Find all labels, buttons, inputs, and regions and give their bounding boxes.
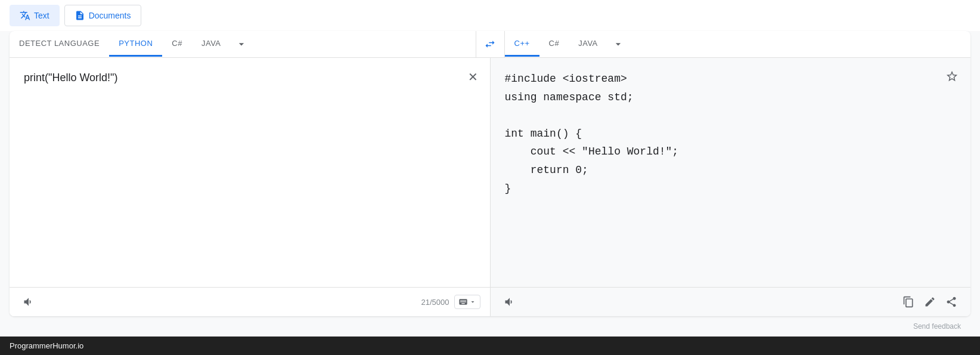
- share-button[interactable]: [942, 292, 961, 311]
- swap-languages-button[interactable]: [480, 35, 500, 54]
- documents-tab-button[interactable]: Documents: [64, 5, 141, 26]
- copy-button[interactable]: [899, 292, 918, 311]
- text-tab-button[interactable]: Text: [10, 5, 60, 26]
- content-area: print("Hello World!") ✕ 21/5000: [10, 58, 970, 316]
- site-name-link[interactable]: ProgrammerHumor.io: [10, 341, 83, 350]
- source-more-button[interactable]: [231, 31, 252, 57]
- document-icon: [75, 10, 85, 21]
- target-more-button[interactable]: [607, 31, 629, 57]
- language-bars: DETECT LANGUAGE PYTHON C# JAVA C++: [10, 31, 970, 58]
- clear-button[interactable]: ✕: [466, 67, 480, 87]
- top-nav: Text Documents: [0, 0, 980, 31]
- feedback-wrapper: Send feedback: [0, 316, 980, 337]
- tab-target-csharp[interactable]: C#: [539, 32, 569, 57]
- source-text-area[interactable]: print("Hello World!") ✕: [10, 58, 490, 287]
- char-count: 21/5000: [421, 298, 449, 307]
- documents-btn-label: Documents: [89, 11, 131, 20]
- translated-text-area: #include <iostream> using namespace std;…: [491, 58, 971, 287]
- source-text: print("Hello World!"): [24, 70, 476, 86]
- source-panel: print("Hello World!") ✕ 21/5000: [10, 58, 491, 316]
- edit-button[interactable]: [920, 292, 939, 311]
- target-lang-bar: C++ C# JAVA: [505, 31, 971, 57]
- tab-python[interactable]: PYTHON: [109, 32, 162, 57]
- tab-source-java[interactable]: JAVA: [192, 32, 231, 57]
- keyboard-button[interactable]: [454, 295, 480, 309]
- translated-text: #include <iostream> using namespace std;…: [505, 70, 957, 197]
- target-footer: [491, 287, 971, 316]
- source-tts-button[interactable]: [19, 292, 38, 311]
- swap-languages-wrapper: [476, 31, 505, 57]
- source-lang-bar: DETECT LANGUAGE PYTHON C# JAVA: [10, 31, 476, 57]
- translator-wrapper: DETECT LANGUAGE PYTHON C# JAVA C++: [0, 31, 980, 316]
- text-btn-label: Text: [34, 11, 49, 20]
- source-footer: 21/5000: [10, 287, 490, 316]
- tab-detect-language[interactable]: DETECT LANGUAGE: [10, 32, 109, 57]
- star-button[interactable]: [943, 67, 961, 85]
- tab-cpp[interactable]: C++: [505, 32, 539, 57]
- bottom-bar: ProgrammerHumor.io: [0, 337, 980, 355]
- tab-target-java[interactable]: JAVA: [569, 32, 607, 57]
- target-panel: #include <iostream> using namespace std;…: [491, 58, 971, 316]
- tab-source-csharp[interactable]: C#: [162, 32, 192, 57]
- translator-card: DETECT LANGUAGE PYTHON C# JAVA C++: [10, 31, 970, 316]
- send-feedback-link[interactable]: Send feedback: [904, 319, 970, 334]
- target-tts-button[interactable]: [500, 292, 519, 311]
- translate-icon: [20, 10, 30, 21]
